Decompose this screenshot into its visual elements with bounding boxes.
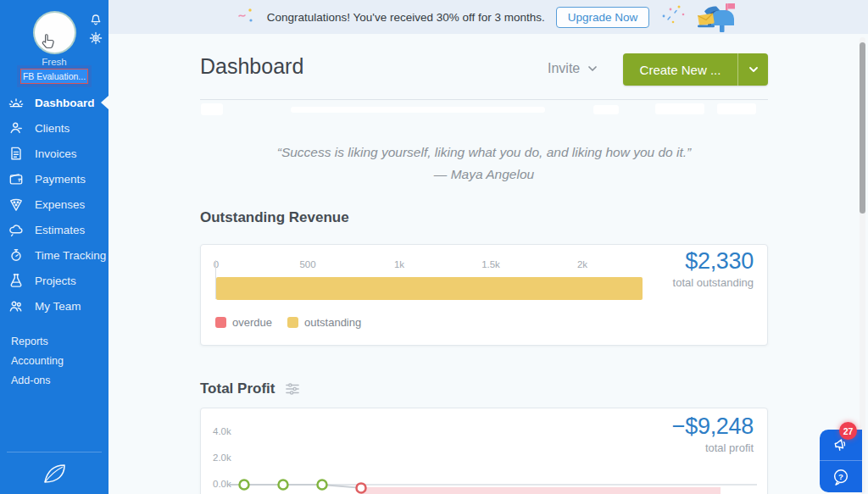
confetti-right-icon [660,4,686,30]
sidebar-secondary-nav: Reports Accounting Add-ons [0,332,108,391]
invite-dropdown[interactable]: Invite [548,61,599,76]
app-window: Fresh FB Evaluation... Dashboard Clients [0,0,868,494]
sidebar: Fresh FB Evaluation... Dashboard Clients [0,0,108,494]
expenses-icon [8,196,25,213]
sidebar-item-my-team[interactable]: My Team [0,293,108,319]
sidebar-item-label: Estimates [35,224,85,236]
sidebar-item-label: Clients [35,122,70,135]
question-bubble-icon: ? [832,468,850,486]
my-team-icon [8,297,25,314]
mailbox-icon [697,1,739,36]
chevron-down-icon [586,62,599,75]
sidebar-item-label: Time Tracking [35,249,106,262]
create-new-label: Create New ... [623,53,737,86]
legend-outstanding: outstanding [287,316,361,329]
ghost-row-item [201,103,223,115]
time-tracking-icon [8,247,25,264]
outstanding-bar [216,277,643,300]
help-button[interactable]: ? [820,461,862,492]
total-profit-value: −$9,248 [672,414,754,440]
sidebar-item-label: Invoices [35,147,77,160]
total-profit-card: 4.0k2.0k0.0k −$9,248 total profit [200,408,768,494]
sidebar-item-accounting[interactable]: Accounting [0,352,108,371]
sidebar-item-reports[interactable]: Reports [0,332,108,352]
header-divider [200,99,768,100]
confetti-left-icon [237,6,256,28]
settings-gear-icon[interactable] [88,31,105,47]
notifications-bell-icon[interactable] [88,13,105,30]
page-title: Dashboard [200,54,303,79]
help-widget: 27 ? [820,430,862,492]
ghost-row-item [717,103,756,114]
sidebar-item-expenses[interactable]: Expenses [0,191,108,217]
business-name: Fresh [0,57,108,67]
ghost-row-item [655,103,704,114]
clients-icon [8,119,25,136]
sidebar-item-clients[interactable]: Clients [0,115,108,141]
sidebar-nav: Dashboard Clients Invoices Payments [0,90,108,319]
sidebar-item-invoices[interactable]: Invoices [0,141,108,166]
scrollbar-thumb[interactable] [860,42,865,214]
sidebar-item-label: Payments [35,173,86,186]
freshbooks-leaf-logo [40,460,69,491]
sidebar-item-label: Expenses [35,198,85,211]
create-new-button[interactable]: Create New ... [623,53,768,86]
payments-icon [8,170,25,187]
ghost-row-item [593,105,619,114]
svg-text:?: ? [838,471,843,480]
sidebar-item-dashboard[interactable]: Dashboard [0,90,108,115]
promo-banner: Congratulations! You've received 30% off… [108,0,868,34]
sidebar-item-add-ons[interactable]: Add-ons [0,371,108,391]
mouse-cursor-icon [39,33,56,52]
sidebar-divider [7,452,102,452]
megaphone-icon [831,435,851,455]
sidebar-item-projects[interactable]: Projects [0,268,108,293]
outstanding-revenue-title: Outstanding Revenue [200,209,349,226]
upgrade-now-button[interactable]: Upgrade Now [556,7,650,28]
filter-sliders-icon[interactable] [285,382,300,396]
chevron-down-icon [747,63,760,76]
revenue-legend: overdue outstanding [215,316,361,329]
sidebar-item-label: My Team [35,300,81,313]
revenue-x-axis: 05001k1.5k2k [216,259,674,271]
projects-icon [8,272,25,289]
sidebar-item-label: Dashboard [35,97,95,109]
total-outstanding-value: $2,330 [685,248,754,275]
sidebar-item-label: Projects [35,275,76,287]
estimates-icon [8,221,25,238]
account-switcher[interactable]: FB Evaluation... [20,69,88,84]
legend-swatch [287,317,298,328]
active-item-arrow [101,96,108,109]
legend-swatch [215,317,226,328]
dashboard-icon [8,94,25,111]
invoices-icon [8,145,25,162]
quote-author: — Maya Angelou [200,167,768,182]
total-profit-caption: total profit [705,441,754,454]
sidebar-item-payments[interactable]: Payments [0,166,108,191]
legend-overdue: overdue [215,316,272,329]
total-outstanding-caption: total outstanding [673,276,754,289]
total-profit-title: Total Profit [200,380,300,397]
banner-message: Congratulations! You've received 30% off… [267,11,545,24]
quote-text: “Success is liking yourself, liking what… [200,145,768,160]
invite-label: Invite [548,61,580,76]
main-content: Dashboard Invite Create New ... “Success… [108,34,868,494]
create-new-caret[interactable] [737,53,768,86]
outstanding-revenue-card: 05001k1.5k2k $2,330 total outstanding ov… [200,244,768,346]
sidebar-item-time-tracking[interactable]: Time Tracking [0,242,108,268]
sidebar-item-estimates[interactable]: Estimates [0,217,108,242]
ghost-row-item [291,107,545,113]
